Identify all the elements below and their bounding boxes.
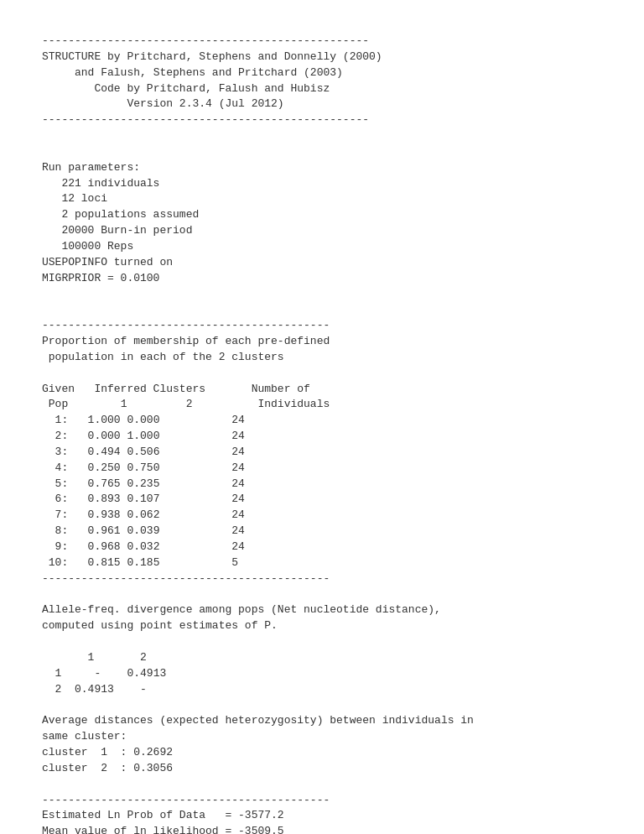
run-params-individuals: 221 individuals xyxy=(42,177,159,190)
run-params-reps: 100000 Reps xyxy=(42,240,133,253)
document-content: ----------------------------------------… xyxy=(42,34,602,834)
proportion-table-rows: 1: 1.000 0.000 24 2: 0.000 1.000 24 3: 0… xyxy=(42,413,602,571)
run-params-populations: 2 populations assumed xyxy=(42,208,199,221)
header-line2: and Falush, Stephens and Pritchard (2003… xyxy=(42,66,343,79)
proportion-rows-text: 1: 1.000 0.000 24 2: 0.000 1.000 24 3: 0… xyxy=(42,413,602,571)
run-params-label: Run parameters: xyxy=(42,161,140,174)
proportion-title1: Proportion of membership of each pre-def… xyxy=(42,335,330,347)
run-params-burnin: 20000 Burn-in period xyxy=(42,224,192,237)
run-params-loci: 12 loci xyxy=(42,192,107,205)
document-text: ----------------------------------------… xyxy=(42,34,602,413)
header-line4: Version 2.3.4 (Jul 2012) xyxy=(42,97,284,110)
proportion-table-header1: Given Inferred Clusters Number of xyxy=(42,383,310,395)
header-line3: Code by Pritchard, Falush and Hubisz xyxy=(42,82,330,95)
separator-header-bottom: ----------------------------------------… xyxy=(42,113,369,126)
separator-section1: ----------------------------------------… xyxy=(42,319,330,331)
run-params-migrprior: MIGRPRIOR = 0.0100 xyxy=(42,272,159,284)
separator-top: ----------------------------------------… xyxy=(42,34,369,47)
run-params-usepopinfo: USEPOPINFO turned on xyxy=(42,256,173,268)
proportion-title2: population in each of the 2 clusters xyxy=(42,351,284,363)
header-line1: STRUCTURE by Pritchard, Stephens and Don… xyxy=(42,50,382,63)
proportion-table-header2: Pop 1 2 Individuals xyxy=(42,398,330,410)
document-rest: ----------------------------------------… xyxy=(42,571,602,834)
